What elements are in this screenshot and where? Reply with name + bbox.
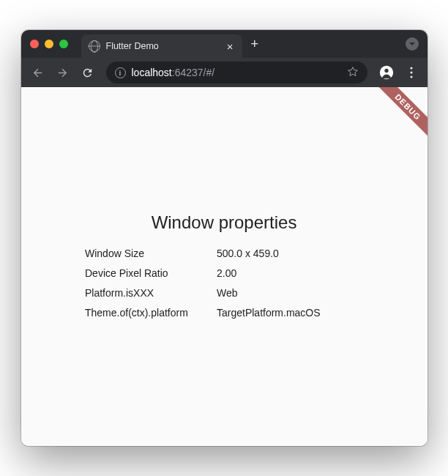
back-button[interactable] (27, 62, 49, 83)
forward-button[interactable] (52, 62, 74, 83)
window-minimize-button[interactable] (45, 40, 53, 48)
page-content: DEBUG Window properties Window Size 500.… (21, 87, 428, 446)
browser-tab[interactable]: Flutter Demo × (81, 34, 242, 58)
prop-value: 500.0 x 459.0 (217, 246, 363, 261)
svg-point-1 (384, 69, 388, 72)
site-info-icon[interactable]: i (115, 67, 126, 78)
window-maximize-button[interactable] (59, 40, 68, 48)
prop-value: Web (217, 286, 363, 301)
arrow-left-icon (31, 67, 44, 79)
star-icon (347, 66, 359, 78)
reload-button[interactable] (77, 62, 99, 83)
browser-menu-button[interactable] (401, 62, 422, 83)
prop-label: Theme.of(ctx).platform (85, 305, 217, 321)
prop-value: 2.00 (217, 266, 363, 281)
browser-toolbar: i localhost:64237/#/ (21, 58, 428, 87)
person-icon (379, 65, 394, 80)
svg-point-4 (410, 75, 412, 78)
tabs-overflow-button[interactable] (406, 37, 419, 51)
address-bar[interactable]: i localhost:64237/#/ (106, 62, 367, 83)
profile-button[interactable] (376, 62, 397, 83)
arrow-right-icon (56, 67, 69, 79)
titlebar: Flutter Demo × + (21, 30, 428, 58)
globe-icon (89, 40, 100, 52)
properties-table: Window Size 500.0 x 459.0 Device Pixel R… (85, 246, 363, 321)
prop-label: Device Pixel Ratio (85, 266, 217, 281)
chevron-down-icon (408, 40, 416, 48)
page-title: Window properties (152, 212, 297, 233)
url-text: localhost:64237/#/ (132, 67, 341, 78)
new-tab-button[interactable]: + (251, 37, 259, 51)
url-rest: :64237/#/ (172, 67, 214, 78)
svg-point-3 (410, 71, 412, 73)
reload-icon (81, 67, 94, 79)
prop-value: TargetPlatform.macOS (217, 305, 363, 321)
kebab-icon (410, 67, 413, 78)
url-host: localhost (132, 67, 172, 78)
close-icon[interactable]: × (225, 40, 235, 53)
browser-window: Flutter Demo × + i localhost:64237/#/ (21, 30, 428, 446)
svg-point-2 (410, 67, 412, 69)
tab-title: Flutter Demo (106, 41, 220, 51)
debug-banner: DEBUG (369, 87, 428, 146)
bookmark-button[interactable] (347, 66, 359, 80)
window-close-button[interactable] (30, 40, 39, 48)
window-controls (30, 40, 68, 48)
prop-label: Platform.isXXX (85, 286, 217, 301)
prop-label: Window Size (85, 246, 217, 261)
